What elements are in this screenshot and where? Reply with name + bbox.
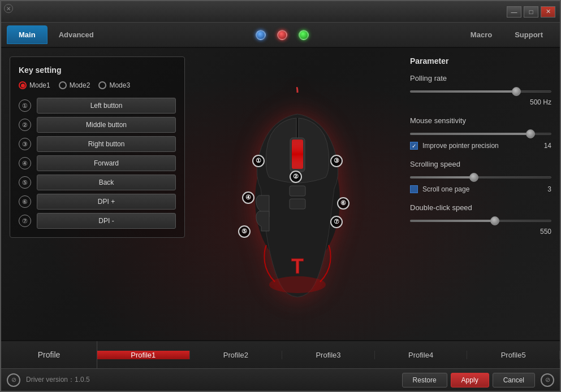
button-num-5: ⑤	[19, 176, 31, 189]
right-button[interactable]: Right button	[37, 136, 176, 152]
scroll-one-page-checkbox[interactable]	[410, 185, 418, 193]
profile-label: Profile	[1, 341, 97, 368]
restore-button[interactable]: Restore	[402, 373, 447, 387]
button-num-4: ④	[19, 157, 31, 169]
polling-rate-value: 500 Hz	[410, 98, 551, 106]
polling-rate-fill	[410, 90, 516, 93]
mouse-label-2: ②	[290, 171, 302, 183]
scroll-one-page-label: Scroll one page	[422, 185, 469, 193]
sensitivity-slider[interactable]	[410, 129, 551, 138]
svg-rect-6	[290, 199, 305, 209]
led-indicators	[256, 30, 309, 40]
mouse-label-3: ③	[330, 155, 343, 167]
mode3-label: Mode3	[109, 81, 130, 89]
scroll-one-page-row: Scroll one page 3	[410, 185, 551, 193]
sensitivity-section: Mouse sensitivity Improve pointer precis…	[410, 116, 551, 150]
polling-rate-section: Polling rate 500 Hz	[410, 74, 551, 106]
profile-tab-1[interactable]: Profile1	[97, 351, 190, 359]
button-list: ① Left button ② Middle button ③ Right bu…	[19, 98, 176, 229]
minimize-button[interactable]: —	[507, 6, 521, 18]
cancel-button[interactable]: Cancel	[493, 373, 535, 387]
scrolling-speed-fill	[410, 176, 474, 178]
maximize-button[interactable]: □	[524, 6, 538, 18]
mouse-label-1: ①	[252, 155, 265, 167]
profile-tab-4[interactable]: Profile4	[375, 351, 468, 359]
close-button[interactable]: ✕	[541, 6, 555, 18]
right-panel: Parameter Polling rate 500 Hz Mouse sens…	[402, 48, 560, 340]
double-click-slider[interactable]	[410, 216, 551, 225]
mode3-radio-circle	[98, 81, 106, 89]
sensitivity-fill	[410, 133, 530, 135]
middle-button[interactable]: Middle button	[37, 117, 176, 133]
mode-selection: Mode1 Mode2 Mode3	[19, 81, 176, 89]
app-window: ✕ — □ ✕ Main Advanced Macro Support Key …	[0, 0, 561, 392]
tab-main[interactable]: Main	[7, 25, 48, 44]
mouse-label-5: ⑤	[238, 225, 251, 238]
scrolling-speed-thumb[interactable]	[469, 173, 478, 182]
bottom-bar: ⊘ Driver version：1.0.5 Restore Apply Can…	[1, 368, 560, 391]
mode3-radio[interactable]: Mode3	[98, 81, 130, 89]
button-num-6: ⑥	[19, 195, 31, 208]
improve-pointer-checkbox[interactable]	[410, 142, 418, 150]
mode1-label: Mode1	[29, 81, 50, 89]
middle-panel: T T	[193, 48, 402, 340]
profile-tab-2[interactable]: Profile2	[190, 351, 283, 359]
key-setting-title: Key setting	[19, 66, 176, 75]
led-red[interactable]	[277, 30, 287, 40]
button-row-2: ② Middle button	[19, 117, 176, 133]
key-setting-box: Key setting Mode1 Mode2 Mode3	[10, 56, 185, 238]
scrolling-speed-slider[interactable]	[410, 173, 551, 182]
polling-rate-slider[interactable]	[410, 87, 551, 96]
button-num-3: ③	[19, 138, 31, 150]
improve-pointer-label: Improve pointer precision	[422, 142, 499, 150]
button-row-5: ⑤ Back	[19, 175, 176, 190]
back-button[interactable]: Back	[37, 175, 176, 190]
profile-tab-3[interactable]: Profile3	[282, 351, 375, 359]
main-content: Key setting Mode1 Mode2 Mode3	[1, 48, 560, 340]
button-row-7: ⑦ DPI -	[19, 213, 176, 229]
mode2-label: Mode2	[70, 81, 90, 89]
action-buttons: Restore Apply Cancel	[402, 373, 535, 387]
polling-rate-label: Polling rate	[410, 74, 551, 82]
tab-macro[interactable]: Macro	[459, 26, 503, 43]
mouse-label-6: ⑥	[337, 197, 349, 210]
sensitivity-thumb[interactable]	[526, 129, 535, 138]
improve-pointer-value: 14	[544, 142, 551, 150]
forward-button[interactable]: Forward	[37, 155, 176, 171]
dpi-minus-button[interactable]: DPI -	[37, 213, 176, 229]
led-green[interactable]	[299, 30, 309, 40]
button-row-1: ① Left button	[19, 98, 176, 114]
mouse-label-7: ⑦	[330, 216, 343, 228]
double-click-label: Double-click speed	[410, 203, 551, 212]
improve-pointer-row: Improve pointer precision 14	[410, 142, 551, 150]
button-num-1: ①	[19, 99, 31, 112]
button-row-4: ④ Forward	[19, 155, 176, 171]
mode1-radio[interactable]: Mode1	[19, 81, 50, 89]
bottom-logo-right: ⊘	[541, 373, 554, 387]
apply-button[interactable]: Apply	[451, 373, 489, 387]
double-click-section: Double-click speed 550	[410, 203, 551, 236]
mode2-radio[interactable]: Mode2	[59, 81, 90, 89]
profile-bar: Profile Profile1 Profile2 Profile3 Profi…	[1, 340, 560, 368]
bottom-logo-left: ⊘	[7, 373, 20, 387]
screw-top-left: ✕	[4, 4, 13, 13]
sensitivity-label: Mouse sensitivity	[410, 116, 551, 125]
scroll-one-page-value: 3	[547, 185, 551, 193]
double-click-thumb[interactable]	[490, 216, 499, 225]
polling-rate-thumb[interactable]	[512, 87, 521, 96]
svg-point-8	[269, 276, 326, 293]
mouse-label-4: ④	[242, 191, 254, 204]
tab-advanced[interactable]: Advanced	[48, 26, 105, 43]
window-controls: — □ ✕	[507, 6, 555, 18]
left-button[interactable]: Left button	[37, 98, 176, 114]
mouse-svg: T T	[235, 87, 360, 302]
tab-support[interactable]: Support	[503, 26, 554, 43]
scrolling-speed-label: Scrolling speed	[410, 160, 551, 168]
profile-tab-5[interactable]: Profile5	[467, 351, 560, 359]
left-panel: Key setting Mode1 Mode2 Mode3	[1, 48, 193, 340]
dpi-plus-button[interactable]: DPI +	[37, 194, 176, 210]
led-blue[interactable]	[256, 30, 266, 40]
nav-bar: Main Advanced Macro Support	[1, 23, 560, 48]
parameter-title: Parameter	[410, 56, 551, 66]
double-click-fill	[410, 220, 495, 222]
